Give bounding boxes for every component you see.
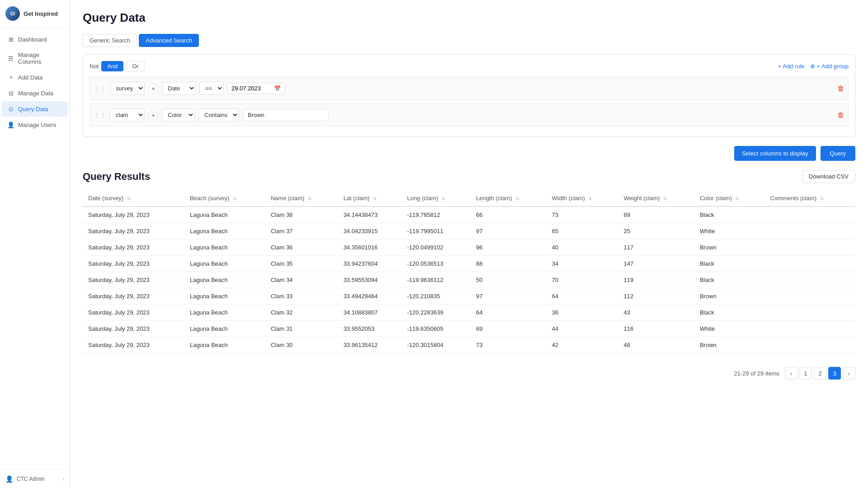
select-columns-button[interactable]: Select columns to display bbox=[734, 146, 816, 161]
table-row: Saturday, July 29, 2023Laguna BeachClam … bbox=[83, 321, 855, 337]
rule-date-input-1[interactable]: 📅 bbox=[227, 83, 285, 94]
user-name: CTC Admin bbox=[17, 476, 44, 482]
cell-comments-2 bbox=[765, 239, 855, 256]
chevron-right-icon: › bbox=[63, 477, 64, 482]
col-header-date-survey[interactable]: Date (survey) ⇅ bbox=[83, 190, 184, 206]
col-header-comments-clam[interactable]: Comments (clam) ⇅ bbox=[765, 190, 855, 206]
rule-field-select-1[interactable]: Date Beach bbox=[162, 82, 196, 95]
cell-long-8: -120.3015804 bbox=[401, 337, 471, 353]
query-button[interactable]: Query bbox=[821, 146, 855, 161]
table-header: Date (survey) ⇅ Beach (survey) ⇅ Name (c… bbox=[83, 190, 855, 206]
sidebar-item-add-data[interactable]: ＋ Add Data bbox=[2, 70, 68, 85]
pagination-next-button[interactable]: › bbox=[843, 367, 855, 380]
drag-handle-icon[interactable]: ⋮⋮ bbox=[94, 112, 106, 119]
sort-icon: ⇅ bbox=[442, 196, 445, 201]
sidebar-item-label: Add Data bbox=[18, 74, 42, 81]
pagination-page-3[interactable]: 3 bbox=[828, 367, 841, 380]
cell-lat-0: 34.14438473 bbox=[338, 206, 402, 223]
cell-lat-3: 33.94237604 bbox=[338, 256, 402, 272]
cell-weight-0: 89 bbox=[618, 206, 694, 223]
col-header-beach-survey[interactable]: Beach (survey) ⇅ bbox=[184, 190, 265, 206]
cell-long-2: -120.0499102 bbox=[401, 239, 471, 256]
cell-length-2: 96 bbox=[471, 239, 547, 256]
or-button[interactable]: Or bbox=[126, 61, 144, 71]
download-csv-button[interactable]: Download CSV bbox=[802, 170, 855, 183]
delete-rule-button-1[interactable]: 🗑 bbox=[837, 84, 844, 93]
rule-plus-button-1[interactable]: + bbox=[148, 84, 158, 94]
tab-advanced-search[interactable]: Advanced Search bbox=[139, 34, 199, 47]
rule-plus-button-2[interactable]: + bbox=[148, 110, 158, 120]
col-header-length-clam[interactable]: Length (clam) ⇅ bbox=[471, 190, 547, 206]
sidebar-item-label: Manage Columns bbox=[18, 52, 62, 65]
not-label: Not bbox=[90, 63, 99, 70]
logic-bar: Not And Or + Add rule ⊕ + Add group bbox=[90, 61, 849, 71]
cell-color-1: White bbox=[694, 223, 765, 239]
cell-beach-1: Laguna Beach bbox=[184, 223, 265, 239]
cell-long-1: -119.7995011 bbox=[401, 223, 471, 239]
sort-icon: ⇅ bbox=[820, 196, 824, 201]
sidebar-footer[interactable]: 👤 CTC Admin › bbox=[0, 469, 70, 488]
cell-lat-4: 33.59553094 bbox=[338, 272, 402, 288]
dashboard-icon: ⊞ bbox=[7, 36, 14, 43]
rule-field-select-2[interactable]: Color Name bbox=[162, 108, 195, 122]
pagination-prev-button[interactable]: ‹ bbox=[785, 367, 797, 380]
sidebar-item-dashboard[interactable]: ⊞ Dashboard bbox=[2, 32, 68, 47]
cell-lat-1: 34.04233915 bbox=[338, 223, 402, 239]
sort-icon: ⇅ bbox=[373, 196, 377, 201]
tab-generic-search[interactable]: Generic Search bbox=[83, 34, 137, 47]
col-header-width-clam[interactable]: Width (clam) ⇅ bbox=[547, 190, 618, 206]
rule-source-select-2[interactable]: clam survey bbox=[110, 108, 145, 122]
col-header-color-clam[interactable]: Color (clam) ⇅ bbox=[694, 190, 765, 206]
col-header-weight-clam[interactable]: Weight (clam) ⇅ bbox=[618, 190, 694, 206]
col-header-name-clam[interactable]: Name (clam) ⇅ bbox=[265, 190, 338, 206]
drag-handle-icon[interactable]: ⋮⋮ bbox=[94, 85, 106, 92]
col-header-lat-clam[interactable]: Lat (clam) ⇅ bbox=[338, 190, 402, 206]
rule-text-input-2[interactable] bbox=[243, 109, 329, 121]
cell-date-6: Saturday, July 29, 2023 bbox=[83, 305, 184, 321]
rule-source-select-1[interactable]: survey clam bbox=[110, 82, 145, 95]
sidebar: GI Get Inspired ⊞ Dashboard ☰ Manage Col… bbox=[0, 0, 70, 488]
cell-length-8: 73 bbox=[471, 337, 547, 353]
cell-date-2: Saturday, July 29, 2023 bbox=[83, 239, 184, 256]
calendar-icon: 📅 bbox=[274, 85, 281, 92]
cell-name-2: Clam 36 bbox=[265, 239, 338, 256]
cell-color-5: Brown bbox=[694, 288, 765, 305]
cell-long-5: -120.210835 bbox=[401, 288, 471, 305]
cell-color-8: Brown bbox=[694, 337, 765, 353]
cell-date-5: Saturday, July 29, 2023 bbox=[83, 288, 184, 305]
add-group-button[interactable]: ⊕ + Add group bbox=[810, 63, 849, 70]
table-row: Saturday, July 29, 2023Laguna BeachClam … bbox=[83, 206, 855, 223]
date-value-input-1[interactable] bbox=[231, 85, 272, 92]
cell-long-7: -119.6350605 bbox=[401, 321, 471, 337]
pagination-page-1[interactable]: 1 bbox=[799, 367, 812, 380]
cell-comments-5 bbox=[765, 288, 855, 305]
col-header-long-clam[interactable]: Long (clam) ⇅ bbox=[401, 190, 471, 206]
delete-rule-button-2[interactable]: 🗑 bbox=[837, 111, 844, 119]
cell-color-2: Brown bbox=[694, 239, 765, 256]
cell-width-0: 73 bbox=[547, 206, 618, 223]
main-content: Query Data Generic Search Advanced Searc… bbox=[70, 0, 868, 488]
and-button[interactable]: And bbox=[101, 61, 123, 71]
manage-users-icon: 👤 bbox=[7, 121, 14, 128]
manage-columns-icon: ☰ bbox=[7, 55, 14, 62]
pagination-page-2[interactable]: 2 bbox=[814, 367, 826, 380]
add-data-icon: ＋ bbox=[7, 74, 14, 81]
sidebar-item-manage-columns[interactable]: ☰ Manage Columns bbox=[2, 47, 68, 69]
cell-width-5: 64 bbox=[547, 288, 618, 305]
pagination-info: 21-29 of 29 items bbox=[734, 370, 779, 377]
cell-beach-2: Laguna Beach bbox=[184, 239, 265, 256]
user-icon: 👤 bbox=[5, 475, 13, 483]
cell-color-4: Black bbox=[694, 272, 765, 288]
sidebar-item-manage-users[interactable]: 👤 Manage Users bbox=[2, 117, 68, 132]
rule-operator-select-2[interactable]: Contains == != bbox=[198, 108, 239, 122]
sidebar-item-query-data[interactable]: ⊙ Query Data bbox=[2, 101, 68, 117]
cell-length-7: 69 bbox=[471, 321, 547, 337]
rule-operator-select-1[interactable]: == != > < bbox=[199, 82, 224, 95]
logic-actions: + Add rule ⊕ + Add group bbox=[778, 63, 849, 70]
cell-name-0: Clam 38 bbox=[265, 206, 338, 223]
cell-lat-6: 34.10883807 bbox=[338, 305, 402, 321]
add-rule-button[interactable]: + Add rule bbox=[778, 63, 805, 70]
sidebar-item-manage-data[interactable]: ⊟ Manage Data bbox=[2, 85, 68, 101]
table-row: Saturday, July 29, 2023Laguna BeachClam … bbox=[83, 305, 855, 321]
sort-icon: ⇅ bbox=[127, 196, 131, 201]
